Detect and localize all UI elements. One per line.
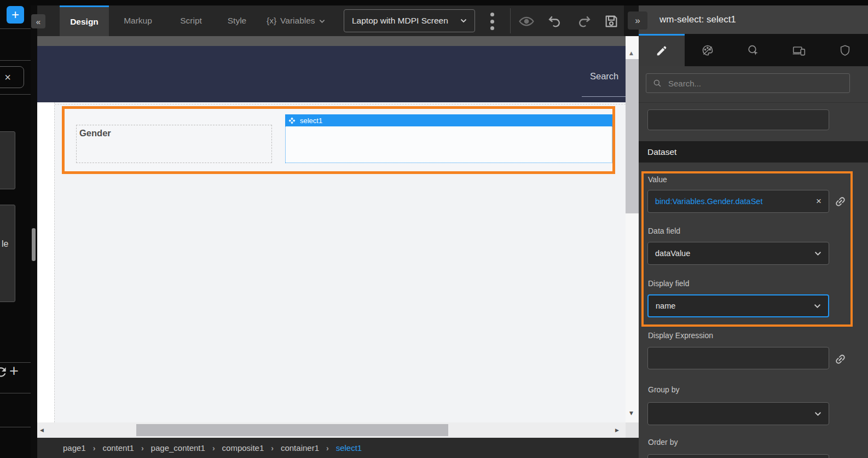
devices-icon: [792, 43, 806, 57]
breadcrumb: page1 › content1 › page_content1 › compo…: [37, 438, 639, 458]
scroll-down-icon[interactable]: ▼: [629, 410, 633, 416]
chevron-right-icon: ›: [212, 444, 215, 453]
move-icon[interactable]: [288, 117, 296, 124]
design-canvas: Search Gender select1 ▲: [37, 36, 639, 438]
tab-markup[interactable]: Markup: [109, 5, 167, 36]
chevron-down-icon: [814, 411, 821, 416]
chevron-down-icon: [814, 251, 821, 256]
device-selector-value: Laptop with MDPI Screen: [352, 16, 448, 26]
divider: [0, 427, 31, 427]
gender-label-widget[interactable]: Gender: [76, 125, 272, 163]
chevron-right-icon: ›: [326, 444, 329, 453]
select1-widget-tag: select1: [300, 117, 322, 125]
palette-icon: [701, 44, 714, 57]
chevron-down-icon: [319, 19, 325, 24]
chevron-down-icon: [814, 304, 821, 309]
select1-widget-header[interactable]: select1: [285, 114, 612, 126]
breadcrumb-item-composite1[interactable]: composite1: [222, 443, 264, 453]
group-by-label: Group by: [648, 385, 680, 394]
add-widget-button[interactable]: +: [7, 6, 24, 24]
add-icon[interactable]: +: [9, 362, 19, 380]
shield-icon: [839, 44, 851, 57]
display-field-label: Display field: [648, 279, 689, 288]
device-selector[interactable]: Laptop with MDPI Screen: [344, 9, 475, 32]
display-expression-label: Display Expression: [648, 331, 713, 340]
chevron-down-icon: [460, 19, 467, 23]
breadcrumb-item-content1[interactable]: content1: [102, 443, 134, 453]
redo-icon[interactable]: [575, 13, 593, 30]
divider: [510, 8, 511, 33]
tab-security[interactable]: [822, 34, 868, 66]
vertical-scrollbar-thumb[interactable]: [626, 59, 639, 213]
close-panel-button[interactable]: ×: [0, 66, 24, 88]
undo-icon[interactable]: [546, 13, 564, 30]
variables-label: Variables: [280, 16, 315, 26]
more-options-icon[interactable]: [489, 13, 495, 30]
canvas-horizontal-scrollbar[interactable]: ◀ ▶: [37, 422, 626, 438]
dataset-section-label: Dataset: [647, 147, 676, 157]
dataset-section-header[interactable]: Dataset: [639, 141, 868, 163]
data-field-value: dataValue: [655, 249, 690, 258]
data-field-select[interactable]: dataValue: [647, 242, 829, 265]
navbar-search-input[interactable]: Search: [590, 71, 626, 82]
unnamed-property-input[interactable]: [647, 109, 829, 130]
horizontal-scrollbar-thumb[interactable]: [136, 424, 448, 436]
left-sidebar-scrollbar-thumb[interactable]: [32, 228, 36, 261]
preview-eye-icon[interactable]: [518, 13, 535, 30]
display-field-select[interactable]: name: [647, 294, 829, 317]
clear-binding-icon[interactable]: ×: [816, 196, 821, 207]
scroll-up-icon[interactable]: ▲: [629, 50, 633, 56]
canvas-margin: [37, 102, 54, 422]
search-input[interactable]: [667, 78, 843, 89]
display-field-value: name: [656, 302, 675, 310]
divider: [0, 393, 31, 393]
properties-search[interactable]: [646, 73, 850, 93]
scroll-right-icon[interactable]: ▶: [615, 427, 619, 433]
tab-devices[interactable]: [776, 34, 822, 66]
value-label: Value: [648, 175, 667, 184]
tab-properties[interactable]: [639, 34, 685, 66]
select1-widget[interactable]: select1: [285, 114, 612, 163]
properties-tabbar: [639, 34, 868, 66]
preview-navbar: Search: [37, 46, 626, 102]
group-by-select[interactable]: [647, 402, 829, 425]
expand-panel-button[interactable]: »: [628, 11, 647, 30]
tab-design[interactable]: Design: [60, 5, 109, 36]
breadcrumb-item-container1[interactable]: container1: [281, 443, 319, 453]
divider: [0, 60, 31, 61]
variables-menu[interactable]: {x} Variables: [267, 5, 325, 36]
collapse-sidebar-button[interactable]: «: [31, 14, 45, 28]
tab-script[interactable]: Script: [167, 5, 215, 36]
layout-guide-horizontal: [55, 104, 626, 105]
palette-item[interactable]: le: [0, 205, 15, 302]
select1-widget-body[interactable]: [285, 126, 612, 163]
palette-item-label: le: [2, 239, 8, 249]
bind-link-icon[interactable]: [834, 195, 847, 208]
data-field-label: Data field: [648, 227, 680, 235]
breadcrumb-item-select1[interactable]: select1: [336, 443, 362, 453]
pencil-icon: [656, 45, 668, 57]
chevron-right-icon: ›: [141, 444, 144, 453]
chevron-right-icon: ›: [93, 444, 96, 453]
mode-tabs: Design Markup Script Style: [60, 5, 259, 36]
plus-icon: +: [11, 7, 19, 22]
palette-item[interactable]: [0, 131, 15, 189]
refresh-icon[interactable]: [0, 365, 8, 379]
tab-inspect[interactable]: [731, 34, 777, 66]
tab-styles[interactable]: [685, 34, 731, 66]
divider: [639, 102, 868, 103]
scroll-left-icon[interactable]: ◀: [40, 427, 44, 433]
value-binding-text: bind:Variables.Gender.dataSet: [655, 197, 762, 206]
value-input[interactable]: bind:Variables.Gender.dataSet ×: [647, 190, 829, 213]
order-by-input[interactable]: [647, 454, 829, 458]
left-sidebar-scroll-gutter: [31, 5, 37, 458]
breadcrumb-item-page-content1[interactable]: page_content1: [151, 443, 205, 453]
breadcrumb-item-page1[interactable]: page1: [63, 443, 86, 453]
tab-style[interactable]: Style: [215, 5, 259, 36]
save-icon[interactable]: [603, 13, 620, 30]
divider: [0, 28, 31, 29]
wavemaker-studio: + × le + « Design Markup Script Style: [0, 0, 868, 458]
bind-link-icon[interactable]: [834, 353, 847, 366]
canvas-vertical-scrollbar[interactable]: ▲ ▼: [626, 36, 639, 422]
display-expression-input[interactable]: [647, 347, 829, 369]
